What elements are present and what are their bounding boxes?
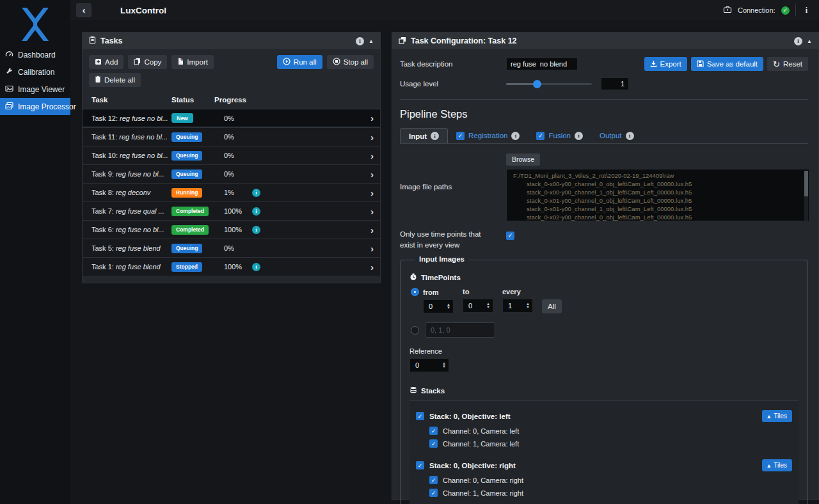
export-button[interactable]: Export: [644, 57, 687, 71]
sidebar-item-image-viewer[interactable]: Image Viewer: [0, 81, 70, 98]
chevron-right-icon[interactable]: ›: [370, 113, 374, 123]
info-icon[interactable]: i: [794, 37, 802, 45]
chevron-right-icon[interactable]: ›: [370, 188, 374, 198]
timepoints-list-radio[interactable]: [411, 326, 419, 335]
stop-circle-icon: [333, 58, 340, 67]
reset-button[interactable]: ↻ Reset: [767, 57, 808, 71]
stack-checkbox[interactable]: ✓: [416, 412, 424, 420]
chevron-right-icon[interactable]: ›: [370, 262, 374, 272]
chevron-right-icon[interactable]: ›: [370, 244, 374, 253]
timepoints-range-radio[interactable]: [411, 288, 419, 296]
sidebar-item-dashboard[interactable]: Dashboard: [0, 46, 70, 63]
only-use-timepoints-checkbox[interactable]: ✓: [506, 232, 514, 240]
stack-icon: [410, 386, 417, 395]
info-icon[interactable]: i: [431, 132, 439, 140]
task-row[interactable]: Task 10: reg fuse no bl... Queuing 0% ›: [83, 146, 380, 164]
chevron-right-icon[interactable]: ›: [370, 151, 374, 161]
from-input[interactable]: 0 ▲▼: [423, 299, 454, 313]
info-menu-button[interactable]: i: [802, 6, 811, 15]
registration-checkbox[interactable]: ✓: [456, 132, 465, 140]
copy-task-label: Copy: [144, 58, 161, 66]
add-task-label: Add: [105, 58, 118, 66]
save-as-default-button[interactable]: Save as default: [691, 57, 763, 71]
task-name: Task 9: reg fuse no bl...: [91, 170, 171, 178]
task-row[interactable]: Task 9: reg fuse no bl... Queuing 0% ›: [83, 164, 380, 183]
channel-checkbox[interactable]: ✓: [429, 489, 438, 497]
usage-level-slider[interactable]: [506, 79, 592, 88]
divider: [400, 99, 808, 100]
to-input[interactable]: 0 ▲▼: [463, 299, 493, 313]
usage-level-input[interactable]: [601, 77, 629, 90]
play-circle-icon: [283, 58, 290, 67]
stack-checkbox[interactable]: ✓: [416, 461, 424, 469]
timepoints-reference-select[interactable]: 0 ▲▼: [410, 358, 449, 372]
stacks-container: ✓ Stack: 0, Objective: left ▴ Tiles ✓ Ch…: [410, 400, 799, 504]
timepoints-list-input[interactable]: [425, 322, 495, 338]
copy-task-button[interactable]: Copy: [128, 55, 167, 69]
tiles-button[interactable]: ▴ Tiles: [762, 459, 792, 471]
tiles-button[interactable]: ▴ Tiles: [762, 410, 792, 422]
tab-input[interactable]: Input i: [400, 128, 448, 143]
chevron-right-icon[interactable]: ›: [370, 169, 374, 179]
collapse-caret-icon[interactable]: ▲: [807, 38, 812, 44]
browse-button[interactable]: Browse: [506, 154, 540, 166]
task-row[interactable]: Task 12: reg fuse no bl... New 0% ›: [83, 109, 380, 127]
spinner-icon[interactable]: ▲▼: [486, 303, 493, 309]
info-icon[interactable]: i: [511, 132, 520, 140]
to-label: to: [463, 288, 469, 295]
tab-output[interactable]: Output i: [591, 128, 642, 143]
reset-label: Reset: [783, 60, 802, 68]
delete-all-button[interactable]: Delete all: [89, 73, 141, 87]
task-row[interactable]: Task 6: reg fuse no bl... Completed 100%…: [83, 220, 380, 239]
spinner-icon[interactable]: ▲▼: [526, 303, 532, 309]
tab-registration[interactable]: ✓ Registration i: [448, 128, 528, 143]
spinner-icon[interactable]: ▲▼: [447, 303, 453, 310]
task-info-icon[interactable]: i: [252, 207, 260, 216]
file-path-line: F:/TD1_Moni_plant_3_vtiles_2_rot\2020-02…: [513, 171, 802, 180]
every-label: every: [502, 288, 521, 295]
channel-checkbox[interactable]: ✓: [429, 439, 438, 448]
x-logo-icon: [15, 4, 55, 46]
info-icon[interactable]: i: [356, 37, 364, 45]
add-task-button[interactable]: Add: [89, 55, 123, 69]
sidebar-item-calibration[interactable]: Calibration: [0, 63, 70, 81]
task-info-icon[interactable]: i: [252, 226, 260, 234]
scrollbar[interactable]: [804, 171, 808, 221]
tiles-label: Tiles: [774, 413, 787, 420]
task-info-icon[interactable]: i: [252, 189, 260, 197]
task-row[interactable]: Task 11: reg fuse no bl... Queuing 0% ›: [83, 127, 380, 146]
task-row[interactable]: Task 5: reg fuse blend Queuing 0% ›: [83, 239, 380, 257]
tab-fusion[interactable]: ✓ Fusion i: [528, 128, 591, 143]
info-icon[interactable]: i: [575, 132, 583, 140]
chevron-right-icon[interactable]: ›: [370, 225, 374, 235]
import-task-button[interactable]: Import: [171, 55, 214, 69]
slider-thumb[interactable]: [533, 80, 541, 88]
every-input[interactable]: 1 ▲▼: [502, 299, 533, 313]
channel-checkbox[interactable]: ✓: [429, 427, 438, 435]
fusion-checkbox[interactable]: ✓: [536, 132, 545, 140]
task-description-input[interactable]: [506, 58, 578, 70]
sidebar-item-image-processor[interactable]: Image Processor: [0, 98, 70, 115]
task-row[interactable]: Task 7: reg fuse qual ... Completed 100%…: [83, 201, 380, 220]
back-button[interactable]: ‹: [76, 3, 91, 17]
task-name: Task 1: reg fuse blend: [91, 263, 171, 271]
task-row[interactable]: Task 1: reg fuse blend Stopped 100% i ›: [83, 257, 380, 276]
column-status: Status: [171, 96, 207, 104]
briefcase-icon: [723, 4, 732, 16]
chevron-right-icon[interactable]: ›: [370, 207, 374, 216]
all-timepoints-button[interactable]: All: [542, 299, 562, 313]
channel-checkbox[interactable]: ✓: [429, 476, 438, 484]
run-all-button[interactable]: Run all: [277, 55, 322, 69]
task-info-icon[interactable]: i: [252, 263, 260, 271]
app-logo: [0, 0, 70, 46]
task-row[interactable]: Task 8: reg deconv Running 1% i ›: [83, 183, 380, 201]
task-name: Task 8: reg deconv: [91, 189, 171, 196]
image-file-paths-box[interactable]: F:/TD1_Moni_plant_3_vtiles_2_rot\2020-02…: [506, 169, 809, 221]
collapse-caret-icon[interactable]: ▲: [369, 38, 374, 44]
task-name: Task 12: reg fuse no bl...: [91, 114, 171, 122]
pipeline-tabs: Input i ✓ Registration i ✓ Fusion i Outp…: [400, 128, 808, 144]
stop-all-button[interactable]: Stop all: [327, 55, 374, 69]
chevron-right-icon[interactable]: ›: [370, 132, 374, 142]
task-name: Task 6: reg fuse no bl...: [91, 226, 171, 233]
info-icon[interactable]: i: [626, 132, 634, 140]
